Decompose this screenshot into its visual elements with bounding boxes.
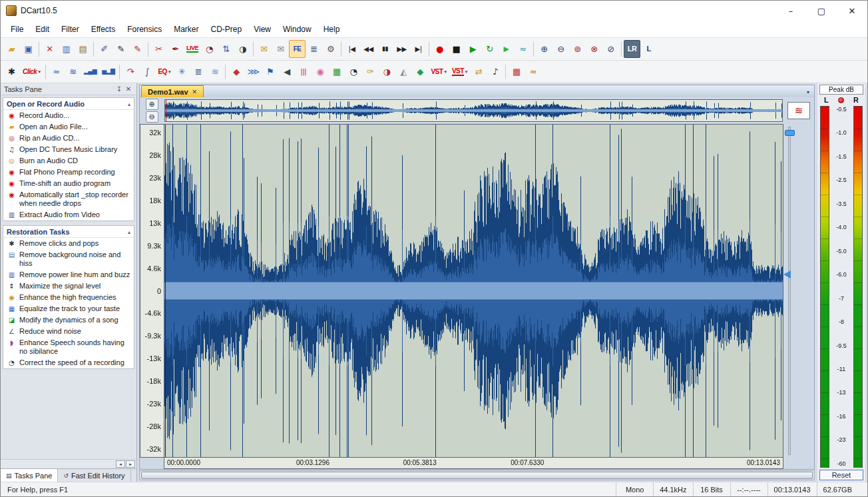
task-time-shift-program[interactable]: ◉Time-shift an audio program: [3, 178, 134, 189]
minimize-button[interactable]: –: [775, 1, 806, 21]
output-mixer-button[interactable]: ≣: [306, 40, 322, 58]
task-open-audio-file[interactable]: ▰Open an Audio File...: [3, 121, 134, 133]
horizontal-scrollbar[interactable]: [139, 470, 815, 480]
save-cassette-button[interactable]: ✉: [272, 40, 289, 58]
pane-tab-tasks-pane[interactable]: ▤Tasks Pane: [1, 469, 58, 482]
task-extract-audio-from-video[interactable]: ▥Extract Audio from Video: [3, 209, 134, 221]
task-reduce-wind-noise[interactable]: ∠Reduce wind noise: [3, 326, 134, 337]
flag-marker-button[interactable]: ⚑: [262, 63, 278, 81]
eq-menu-button[interactable]: EQ▾: [155, 63, 173, 81]
vst-plugins-menu-button[interactable]: VST▾: [449, 63, 470, 81]
preview-play-button[interactable]: ▶: [498, 40, 515, 58]
file-converter-button[interactable]: ▦: [508, 63, 525, 81]
virtual-valve-button[interactable]: ▦: [328, 63, 345, 81]
zoom-in-button[interactable]: ⊕: [146, 99, 158, 110]
wind-filter-button[interactable]: ≋: [206, 63, 223, 81]
vertical-scrollbar-track[interactable]: [788, 127, 791, 455]
swap-channels-button[interactable]: ⇅: [218, 40, 234, 58]
task-record-audio[interactable]: ◉Record Audio...: [3, 110, 134, 121]
zoom-out-button[interactable]: ⊖: [552, 40, 569, 58]
task-auto-start-stop-recorder[interactable]: ◉Automatically start _stop recorder when…: [3, 189, 134, 209]
task-flat-phono-preamp[interactable]: ◉Flat Phono Preamp recording: [3, 167, 134, 178]
zoom-vertical-button[interactable]: ⊘: [602, 40, 619, 58]
section-header-open-or-record-audio[interactable]: Open or Record Audio▴: [3, 98, 134, 110]
menu-window[interactable]: Window: [277, 22, 318, 37]
menu-edit[interactable]: Edit: [29, 22, 55, 37]
task-remove-background-noise[interactable]: ▤Remove background noise and hiss: [3, 249, 134, 269]
task-enhance-high-frequencies[interactable]: ◉Enhance the high frequencies: [3, 292, 134, 303]
marker-pen-button[interactable]: ✒: [167, 40, 184, 58]
menu-forensics[interactable]: Forensics: [121, 22, 168, 37]
pencil-tool-button[interactable]: ✎: [112, 40, 129, 58]
vst-host-menu-button[interactable]: VST▾: [428, 63, 449, 81]
task-correct-speed[interactable]: ◔Correct the speed of a recording: [3, 357, 134, 368]
record-button[interactable]: ●: [431, 40, 448, 58]
pitch-change-button[interactable]: ◉: [312, 63, 328, 81]
scroll-right-icon[interactable]: ▸: [126, 460, 135, 468]
amplitude-marker-icon[interactable]: [783, 270, 791, 278]
copy-button[interactable]: ▥: [58, 40, 75, 58]
tab-demo1-wav[interactable]: Demo1.wav ✕: [141, 85, 204, 97]
dc-tunes-player-button[interactable]: ♪: [487, 63, 503, 81]
histogram-analyzer-button[interactable]: ▅▂▇: [99, 63, 117, 81]
maximize-button[interactable]: ▢: [806, 1, 837, 21]
close-button[interactable]: ✕: [837, 1, 867, 21]
menu-help[interactable]: Help: [318, 22, 346, 37]
scroll-left-icon[interactable]: ◂: [116, 460, 125, 468]
loop-play-button[interactable]: ↻: [481, 40, 498, 58]
spray-tool-button[interactable]: ✐: [96, 40, 112, 58]
crackle-filter-button[interactable]: ≋: [65, 63, 81, 81]
record-live-button[interactable]: LIVE: [184, 40, 201, 58]
zoom-full-button[interactable]: ⊗: [586, 40, 602, 58]
task-open-dc-tunes-library[interactable]: ♫Open DC Tunes Music Library: [3, 144, 134, 155]
pane-tab-fast-edit-history[interactable]: ↺Fast Edit History: [58, 469, 130, 482]
task-rip-audio-cd[interactable]: ◎Rip an Audio CD...: [3, 133, 134, 144]
dynamics-processor-button[interactable]: ◆: [228, 63, 244, 81]
impulse-filter-button[interactable]: ≈: [48, 63, 65, 81]
zoom-in-button[interactable]: ⊕: [536, 40, 552, 58]
zoom-out-button[interactable]: ⊖: [146, 111, 158, 123]
erase-tool-button[interactable]: ✎: [129, 40, 146, 58]
record-timer-button[interactable]: ◑: [234, 40, 251, 58]
task-enhance-speech[interactable]: ◗Enhance Speech sounds having no sibilan…: [3, 337, 134, 357]
task-burn-audio-cd[interactable]: ◎Burn an Audio CD: [3, 155, 134, 167]
speaker-sim-button[interactable]: ◀: [278, 63, 295, 81]
menu-cd-prep[interactable]: CD-Prep: [205, 22, 248, 37]
manual-declick-button[interactable]: ✱: [3, 63, 20, 81]
stop-button[interactable]: ■: [448, 40, 465, 58]
tab-close-icon[interactable]: ✕: [192, 89, 198, 95]
menu-file[interactable]: File: [5, 22, 29, 37]
menu-view[interactable]: View: [248, 22, 277, 37]
spectral-view-button[interactable]: ≋: [787, 102, 810, 119]
sweetener-button[interactable]: ✑: [361, 63, 378, 81]
cut-audio-button[interactable]: ✂: [150, 40, 167, 58]
save-file-button[interactable]: ▣: [20, 40, 37, 58]
interpolator-button[interactable]: ↷: [122, 63, 138, 81]
reverb-button[interactable]: ⋙: [244, 63, 262, 81]
pause-button[interactable]: ▮▮: [377, 40, 393, 58]
phono-preamp-button[interactable]: ◑: [378, 63, 395, 81]
zoom-selection-button[interactable]: ⊚: [569, 40, 586, 58]
fast-edit-mode-button[interactable]: FE: [289, 40, 306, 58]
graphic-eq-button[interactable]: ≣: [190, 63, 206, 81]
tasks-pane-scrollbar[interactable]: ◂ ▸: [1, 459, 136, 468]
menu-effects[interactable]: Effects: [85, 22, 121, 37]
paragraphic-eq-button[interactable]: ✳: [173, 63, 190, 81]
open-cassette-button[interactable]: ✉: [256, 40, 272, 58]
left-channel-mode-button[interactable]: L: [640, 40, 657, 58]
multi-waveform-button[interactable]: ≈: [525, 63, 541, 81]
batch-processor-button[interactable]: ⇄: [470, 63, 487, 81]
overtone-synth-button[interactable]: ◆: [411, 63, 428, 81]
rewind-button[interactable]: ◀◀: [360, 40, 377, 58]
task-remove-hum-buzz[interactable]: ▥Remove power line hum and buzz: [3, 269, 134, 280]
spectrum-analyzer-button[interactable]: ▂▄▆: [81, 63, 99, 81]
play-button[interactable]: ▶: [465, 40, 481, 58]
pin-icon[interactable]: ↧: [114, 85, 124, 93]
delete-selection-button[interactable]: ✕: [41, 40, 58, 58]
fast-forward-button[interactable]: ▶▶: [393, 40, 410, 58]
vertical-zoom-handle[interactable]: [785, 130, 795, 136]
task-modify-dynamics[interactable]: ◪Modify the dynamics of a song: [3, 314, 134, 326]
comb-filter-button[interactable]: |||: [295, 63, 312, 81]
open-file-button[interactable]: ▰: [3, 40, 20, 58]
horizontal-scrollbar-thumb[interactable]: [141, 472, 813, 479]
